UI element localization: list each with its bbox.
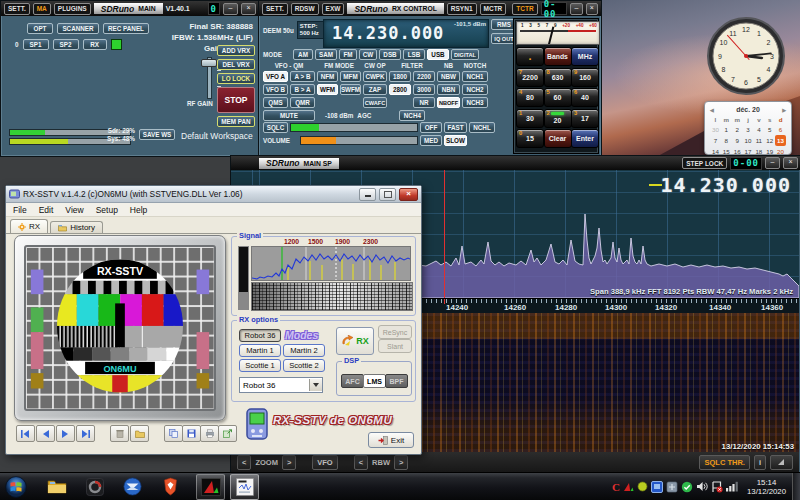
print-image-button[interactable]	[200, 425, 219, 442]
menu-help[interactable]: Help	[130, 205, 147, 215]
cwpk-button[interactable]: CWPK	[363, 71, 387, 82]
martin1-button[interactable]: Martin 1	[239, 344, 281, 357]
swfm-button[interactable]: SWFM	[340, 84, 361, 95]
mem-pan-button[interactable]: MEM PAN	[217, 116, 255, 127]
main-sett-button[interactable]: SETT.	[4, 3, 30, 15]
a-to-b-button[interactable]: A > B	[290, 71, 315, 82]
key-bands[interactable]: Bands	[544, 47, 572, 66]
delete-image-button[interactable]	[110, 425, 129, 442]
key-4-80[interactable]: 480	[516, 88, 544, 107]
clock-gadget[interactable]: 121 23 45 67 89 1011	[706, 16, 786, 96]
exit-button[interactable]: Exit	[368, 432, 414, 448]
key-8-630[interactable]: 8630	[544, 68, 572, 87]
scanner-button[interactable]: SCANNER	[57, 23, 99, 34]
taskbar-sdruno[interactable]	[196, 474, 225, 500]
tctr-button[interactable]: TCTR	[512, 3, 537, 15]
soundcard-tray-icon[interactable]	[637, 481, 648, 492]
menu-edit[interactable]: Edit	[39, 205, 54, 215]
chevron-down-icon[interactable]	[309, 379, 322, 391]
qmr-button[interactable]: QMR	[290, 97, 315, 108]
key-dot[interactable]: ..	[516, 47, 544, 66]
lms-button[interactable]: LMS	[363, 374, 386, 388]
deem-label[interactable]: DEEM 50u	[263, 27, 294, 34]
taskbar-mail-app[interactable]	[119, 475, 146, 499]
key-0-15[interactable]: 015	[516, 129, 544, 148]
del-vrx-button[interactable]: DEL VRX	[217, 59, 255, 70]
filter-3000-button[interactable]: 3000	[413, 84, 435, 95]
nch4-button[interactable]: NCH4	[399, 110, 425, 121]
add-vrx-button[interactable]: ADD VRX	[217, 45, 255, 56]
rx-start-button[interactable]: RX	[336, 327, 374, 355]
sstv-close-icon[interactable]: ×	[399, 188, 418, 201]
opt-button[interactable]: OPT	[27, 23, 53, 34]
ccleaner-tray-icon[interactable]: C	[612, 481, 620, 493]
prev-image-button[interactable]	[36, 425, 55, 442]
nch1-button[interactable]: NCH1	[462, 71, 488, 82]
show-desktop-button[interactable]	[792, 473, 800, 500]
key-mhz[interactable]: MHz	[571, 47, 599, 66]
tab-history[interactable]: History	[50, 221, 103, 233]
sp2-button[interactable]: SP2	[53, 39, 79, 50]
key-2-20[interactable]: 220	[544, 109, 572, 128]
key-5-60[interactable]: 560	[544, 88, 572, 107]
vfo-b-button[interactable]: VFO B	[263, 84, 288, 95]
filter-1800-button[interactable]: 1800	[389, 71, 411, 82]
corner-resize-icon[interactable]	[770, 455, 793, 470]
rxc-sett-button[interactable]: SETT.	[262, 3, 288, 15]
volume-slider[interactable]	[300, 136, 418, 145]
agc-med-button[interactable]: MED	[420, 135, 442, 146]
network-signal-icon[interactable]	[726, 481, 739, 492]
key-7-2200[interactable]: 72200	[516, 68, 544, 87]
mode-dsb[interactable]: DSB	[379, 49, 401, 60]
main-plugins-button[interactable]: PLUGINS	[54, 3, 91, 15]
squelch-meter[interactable]	[290, 123, 418, 132]
mode-usb[interactable]: USB	[427, 49, 449, 60]
nbw-button[interactable]: NBW	[437, 71, 460, 82]
scottie1-button[interactable]: Scottie 1	[239, 359, 281, 372]
display-tray-icon[interactable]	[651, 481, 663, 493]
bpf-button[interactable]: BPF	[385, 374, 408, 388]
main-titlebar[interactable]: SETT. MA PLUGINS SDRuno MAIN V1.40.1 0 –…	[1, 1, 259, 16]
upload-image-button[interactable]	[218, 425, 237, 442]
nboff-button[interactable]: NBOFF	[437, 97, 460, 108]
action-center-icon[interactable]	[711, 481, 723, 493]
speaker-icon[interactable]	[696, 481, 708, 492]
zoom-in-button[interactable]: >	[282, 455, 296, 470]
rxc-close-icon[interactable]: ×	[586, 3, 598, 15]
filter-2800-button[interactable]: 2800	[389, 84, 411, 95]
agc-slow-button[interactable]: SLOW	[444, 135, 467, 146]
mode-fm[interactable]: FM	[339, 49, 357, 60]
key-3-17[interactable]: 317	[571, 109, 599, 128]
rbw-up-button[interactable]: >	[394, 455, 408, 470]
key-9-160[interactable]: 9160	[571, 68, 599, 87]
agc-fast-button[interactable]: FAST	[444, 122, 467, 133]
main-close-icon[interactable]: ×	[241, 3, 256, 15]
nch3-button[interactable]: NCH3	[462, 97, 488, 108]
mainsp-titlebar[interactable]: SDRuno MAIN SP STEP LOCK 0-00 – ×	[231, 156, 800, 170]
security-tray-icon[interactable]	[681, 481, 693, 493]
menu-setup[interactable]: Setup	[96, 205, 118, 215]
step-lock-button[interactable]: STEP LOCK	[682, 157, 727, 169]
sp1-button[interactable]: SP1	[23, 39, 49, 50]
resync-button[interactable]: ReSync	[378, 325, 412, 339]
mode-select[interactable]: Robot 36	[239, 377, 323, 393]
rxc-minimize-icon[interactable]: –	[570, 3, 582, 15]
wfm-button[interactable]: WFM	[317, 84, 338, 95]
slant-button[interactable]: Slant	[378, 339, 412, 353]
save-ws-button[interactable]: SAVE WS	[139, 129, 175, 140]
taskbar-media-app[interactable]	[81, 475, 108, 499]
robot36-button[interactable]: Robot 36	[239, 329, 281, 342]
vfo-button[interactable]: VFO	[312, 455, 337, 470]
taskbar-explorer[interactable]	[43, 475, 70, 499]
first-image-button[interactable]	[16, 425, 35, 442]
mainsp-close-icon[interactable]: ×	[783, 157, 798, 169]
rxc-exw-button[interactable]: EXW	[322, 3, 345, 15]
lo-lock-button[interactable]: LO LOCK	[217, 73, 255, 84]
mfm-button[interactable]: MFM	[340, 71, 361, 82]
calendar-next-icon[interactable]: ▶	[782, 107, 786, 113]
frequency-display[interactable]: -101,5 dBm 14.230.000	[323, 19, 489, 48]
calendar-prev-icon[interactable]: ◀	[710, 107, 714, 113]
menu-view[interactable]: View	[65, 205, 83, 215]
b-to-a-button[interactable]: B > A	[290, 84, 315, 95]
rbw-down-button[interactable]: <	[354, 455, 368, 470]
